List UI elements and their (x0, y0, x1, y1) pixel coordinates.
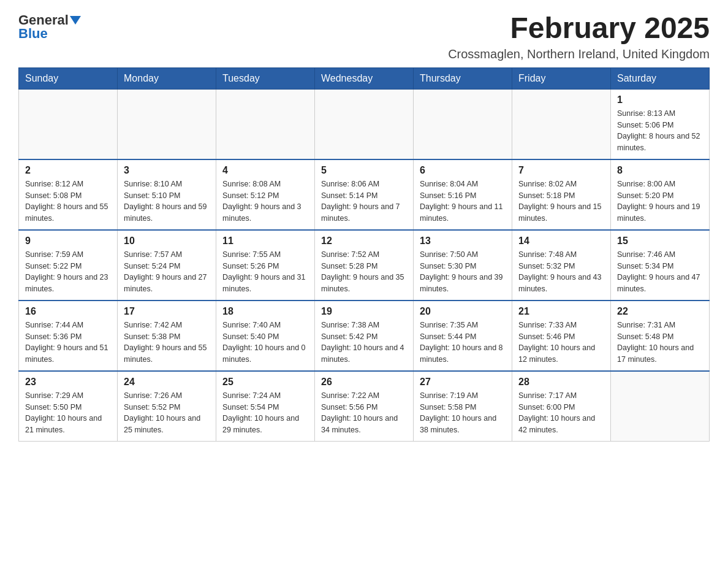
day-info: Sunrise: 8:10 AM Sunset: 5:10 PM Dayligh… (124, 178, 210, 224)
day-info: Sunrise: 7:48 AM Sunset: 5:32 PM Dayligh… (518, 249, 604, 295)
table-row: 5Sunrise: 8:06 AM Sunset: 5:14 PM Daylig… (315, 159, 414, 230)
day-number: 7 (518, 165, 604, 176)
table-row: 19Sunrise: 7:38 AM Sunset: 5:42 PM Dayli… (315, 301, 414, 371)
day-info: Sunrise: 8:04 AM Sunset: 5:16 PM Dayligh… (420, 178, 506, 224)
day-info: Sunrise: 7:44 AM Sunset: 5:36 PM Dayligh… (25, 320, 111, 366)
weekday-header-row: Sunday Monday Tuesday Wednesday Thursday… (19, 67, 710, 89)
day-number: 24 (124, 377, 210, 388)
table-row: 14Sunrise: 7:48 AM Sunset: 5:32 PM Dayli… (512, 230, 611, 301)
table-row: 23Sunrise: 7:29 AM Sunset: 5:50 PM Dayli… (19, 371, 118, 442)
table-row: 16Sunrise: 7:44 AM Sunset: 5:36 PM Dayli… (19, 301, 118, 371)
day-info: Sunrise: 8:06 AM Sunset: 5:14 PM Dayligh… (321, 178, 407, 224)
header-tuesday: Tuesday (216, 67, 315, 89)
table-row: 3Sunrise: 8:10 AM Sunset: 5:10 PM Daylig… (118, 159, 216, 230)
day-info: Sunrise: 8:13 AM Sunset: 5:06 PM Dayligh… (617, 108, 703, 154)
table-row: 4Sunrise: 8:08 AM Sunset: 5:12 PM Daylig… (216, 159, 315, 230)
day-number: 19 (321, 306, 407, 317)
title-area: February 2025 Crossmaglen, Northern Irel… (448, 12, 710, 61)
calendar-table: Sunday Monday Tuesday Wednesday Thursday… (18, 67, 710, 442)
calendar-week-row: 16Sunrise: 7:44 AM Sunset: 5:36 PM Dayli… (19, 301, 710, 371)
day-number: 10 (124, 236, 210, 247)
month-title: February 2025 (448, 12, 710, 45)
table-row: 20Sunrise: 7:35 AM Sunset: 5:44 PM Dayli… (414, 301, 512, 371)
svg-marker-0 (70, 16, 81, 25)
table-row (611, 371, 710, 442)
table-row: 1Sunrise: 8:13 AM Sunset: 5:06 PM Daylig… (611, 89, 710, 159)
day-number: 17 (124, 306, 210, 317)
table-row: 6Sunrise: 8:04 AM Sunset: 5:16 PM Daylig… (414, 159, 512, 230)
table-row: 21Sunrise: 7:33 AM Sunset: 5:46 PM Dayli… (512, 301, 611, 371)
calendar-week-row: 23Sunrise: 7:29 AM Sunset: 5:50 PM Dayli… (19, 371, 710, 442)
header-saturday: Saturday (611, 67, 710, 89)
day-info: Sunrise: 7:57 AM Sunset: 5:24 PM Dayligh… (124, 249, 210, 295)
day-number: 12 (321, 236, 407, 247)
day-number: 22 (617, 306, 703, 317)
day-number: 8 (617, 165, 703, 176)
day-number: 28 (518, 377, 604, 388)
table-row (414, 89, 512, 159)
day-info: Sunrise: 7:22 AM Sunset: 5:56 PM Dayligh… (321, 390, 407, 436)
day-info: Sunrise: 7:55 AM Sunset: 5:26 PM Dayligh… (222, 249, 308, 295)
table-row (118, 89, 216, 159)
table-row: 26Sunrise: 7:22 AM Sunset: 5:56 PM Dayli… (315, 371, 414, 442)
day-number: 26 (321, 377, 407, 388)
location-title: Crossmaglen, Northern Ireland, United Ki… (448, 47, 710, 61)
day-number: 18 (222, 306, 308, 317)
logo: General Blue (18, 12, 81, 42)
day-number: 25 (222, 377, 308, 388)
day-number: 13 (420, 236, 506, 247)
table-row: 2Sunrise: 8:12 AM Sunset: 5:08 PM Daylig… (19, 159, 118, 230)
table-row (216, 89, 315, 159)
table-row: 27Sunrise: 7:19 AM Sunset: 5:58 PM Dayli… (414, 371, 512, 442)
calendar-week-row: 1Sunrise: 8:13 AM Sunset: 5:06 PM Daylig… (19, 89, 710, 159)
day-info: Sunrise: 7:50 AM Sunset: 5:30 PM Dayligh… (420, 249, 506, 295)
day-number: 20 (420, 306, 506, 317)
table-row (19, 89, 118, 159)
day-info: Sunrise: 8:08 AM Sunset: 5:12 PM Dayligh… (222, 178, 308, 224)
day-info: Sunrise: 7:19 AM Sunset: 5:58 PM Dayligh… (420, 390, 506, 436)
day-info: Sunrise: 7:46 AM Sunset: 5:34 PM Dayligh… (617, 249, 703, 295)
table-row: 15Sunrise: 7:46 AM Sunset: 5:34 PM Dayli… (611, 230, 710, 301)
day-number: 1 (617, 94, 703, 105)
calendar-week-row: 9Sunrise: 7:59 AM Sunset: 5:22 PM Daylig… (19, 230, 710, 301)
header-friday: Friday (512, 67, 611, 89)
table-row: 24Sunrise: 7:26 AM Sunset: 5:52 PM Dayli… (118, 371, 216, 442)
table-row: 9Sunrise: 7:59 AM Sunset: 5:22 PM Daylig… (19, 230, 118, 301)
day-number: 9 (25, 236, 111, 247)
header-wednesday: Wednesday (315, 67, 414, 89)
day-number: 23 (25, 377, 111, 388)
table-row: 17Sunrise: 7:42 AM Sunset: 5:38 PM Dayli… (118, 301, 216, 371)
table-row: 12Sunrise: 7:52 AM Sunset: 5:28 PM Dayli… (315, 230, 414, 301)
table-row (512, 89, 611, 159)
table-row: 13Sunrise: 7:50 AM Sunset: 5:30 PM Dayli… (414, 230, 512, 301)
table-row: 25Sunrise: 7:24 AM Sunset: 5:54 PM Dayli… (216, 371, 315, 442)
header-sunday: Sunday (19, 67, 118, 89)
day-number: 16 (25, 306, 111, 317)
day-info: Sunrise: 8:12 AM Sunset: 5:08 PM Dayligh… (25, 178, 111, 224)
day-info: Sunrise: 7:31 AM Sunset: 5:48 PM Dayligh… (617, 320, 703, 366)
table-row: 22Sunrise: 7:31 AM Sunset: 5:48 PM Dayli… (611, 301, 710, 371)
day-info: Sunrise: 7:52 AM Sunset: 5:28 PM Dayligh… (321, 249, 407, 295)
day-info: Sunrise: 7:35 AM Sunset: 5:44 PM Dayligh… (420, 320, 506, 366)
table-row: 18Sunrise: 7:40 AM Sunset: 5:40 PM Dayli… (216, 301, 315, 371)
day-info: Sunrise: 7:38 AM Sunset: 5:42 PM Dayligh… (321, 320, 407, 366)
day-info: Sunrise: 8:00 AM Sunset: 5:20 PM Dayligh… (617, 178, 703, 224)
table-row: 8Sunrise: 8:00 AM Sunset: 5:20 PM Daylig… (611, 159, 710, 230)
table-row: 7Sunrise: 8:02 AM Sunset: 5:18 PM Daylig… (512, 159, 611, 230)
table-row (315, 89, 414, 159)
day-number: 2 (25, 165, 111, 176)
day-info: Sunrise: 7:33 AM Sunset: 5:46 PM Dayligh… (518, 320, 604, 366)
day-info: Sunrise: 7:26 AM Sunset: 5:52 PM Dayligh… (124, 390, 210, 436)
day-info: Sunrise: 7:40 AM Sunset: 5:40 PM Dayligh… (222, 320, 308, 366)
day-number: 21 (518, 306, 604, 317)
day-number: 27 (420, 377, 506, 388)
day-number: 5 (321, 165, 407, 176)
day-info: Sunrise: 7:29 AM Sunset: 5:50 PM Dayligh… (25, 390, 111, 436)
day-number: 15 (617, 236, 703, 247)
calendar-week-row: 2Sunrise: 8:12 AM Sunset: 5:08 PM Daylig… (19, 159, 710, 230)
table-row: 11Sunrise: 7:55 AM Sunset: 5:26 PM Dayli… (216, 230, 315, 301)
header-thursday: Thursday (414, 67, 512, 89)
day-info: Sunrise: 7:17 AM Sunset: 6:00 PM Dayligh… (518, 390, 604, 436)
day-number: 4 (222, 165, 308, 176)
logo-blue-text: Blue (18, 26, 48, 42)
